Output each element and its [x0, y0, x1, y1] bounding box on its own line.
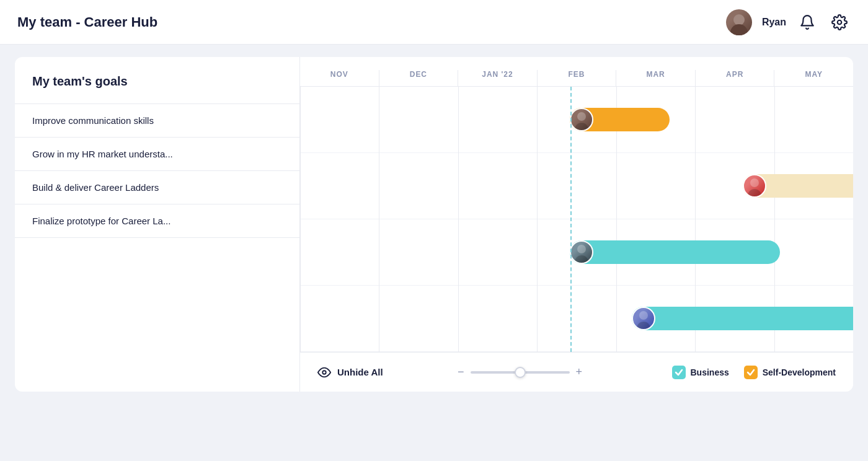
legend-business: Business [672, 366, 729, 379]
gantt-bar-3[interactable] [570, 240, 780, 264]
legend: Business Self-Development [672, 366, 836, 379]
svg-point-1 [322, 371, 326, 374]
user-name: Ryan [762, 17, 786, 28]
zoom-slider[interactable]: − + [383, 366, 657, 379]
grid-line-jan [458, 87, 459, 352]
main-content: My team's goals Improve communication sk… [0, 45, 868, 404]
legend-self-development: Self-Development [744, 366, 836, 379]
month-mar: MAR [616, 70, 695, 86]
page-title: My team - Career Hub [17, 14, 726, 30]
avatar [726, 9, 752, 35]
goal-row-3[interactable]: Build & deliver Career Ladders [15, 170, 299, 204]
gantt-row-2 [300, 153, 853, 219]
legend-selfdev-label: Self-Development [763, 367, 836, 377]
gantt-row-4 [300, 286, 853, 352]
legend-business-check[interactable] [672, 366, 686, 379]
feb-current-line [570, 87, 572, 352]
goal-label-2: Grow in my HR market understa... [32, 149, 173, 159]
grid-line-nov [300, 87, 301, 352]
goals-section-title: My team's goals [15, 74, 299, 103]
settings-button[interactable] [828, 11, 851, 33]
gantt-panel: NOV DEC JAN '22 FEB MAR APR MAY [300, 57, 853, 392]
goal-label-3: Build & deliver Career Ladders [32, 182, 159, 193]
svg-point-0 [838, 20, 842, 24]
page-header: My team - Career Hub Ryan [0, 0, 868, 45]
slider-minus[interactable]: − [458, 366, 464, 379]
eye-icon [317, 366, 331, 379]
legend-selfdev-check[interactable] [744, 366, 758, 379]
goal-label-4: Finalize prototype for Career La... [32, 216, 170, 226]
notifications-button[interactable] [796, 11, 818, 33]
month-jan: JAN '22 [458, 70, 537, 86]
footer-bar: Unhide All − + [300, 352, 853, 392]
bar-avatar-2 [743, 174, 766, 198]
checkmark-icon-2 [746, 368, 755, 377]
goals-list-panel: My team's goals Improve communication sk… [15, 57, 300, 392]
gantt-months-header: NOV DEC JAN '22 FEB MAR APR MAY [300, 57, 853, 87]
month-may: MAY [774, 70, 853, 86]
slider-plus[interactable]: + [576, 366, 583, 379]
legend-business-label: Business [691, 367, 729, 377]
checkmark-icon [675, 368, 683, 377]
bar-avatar-1 [570, 108, 593, 131]
slider-track[interactable] [471, 371, 570, 374]
grid-line-dec [379, 87, 379, 352]
gantt-bar-2[interactable] [743, 174, 853, 198]
gantt-bar-4[interactable] [632, 307, 853, 330]
goal-row-2[interactable]: Grow in my HR market understa... [15, 137, 299, 170]
gantt-row-1 [300, 87, 853, 153]
slider-thumb[interactable] [515, 367, 526, 378]
goal-label-1: Improve communication skills [32, 115, 154, 126]
month-dec: DEC [379, 70, 458, 86]
month-nov: NOV [300, 70, 379, 86]
gantt-body [300, 87, 853, 352]
grid-line-feb [537, 87, 538, 352]
bar-avatar-3 [570, 240, 593, 264]
bar-avatar-4 [632, 307, 655, 330]
unhide-all-button[interactable]: Unhide All [317, 366, 383, 379]
goal-row-1[interactable]: Improve communication skills [15, 103, 299, 137]
goals-card: My team's goals Improve communication sk… [15, 57, 853, 392]
header-right: Ryan [726, 9, 851, 35]
gantt-bar-1[interactable] [570, 108, 670, 131]
month-apr: APR [695, 70, 774, 86]
gantt-row-3 [300, 219, 853, 286]
unhide-label: Unhide All [337, 367, 383, 377]
goal-row-4[interactable]: Finalize prototype for Career La... [15, 204, 299, 238]
month-feb: FEB [537, 70, 616, 86]
